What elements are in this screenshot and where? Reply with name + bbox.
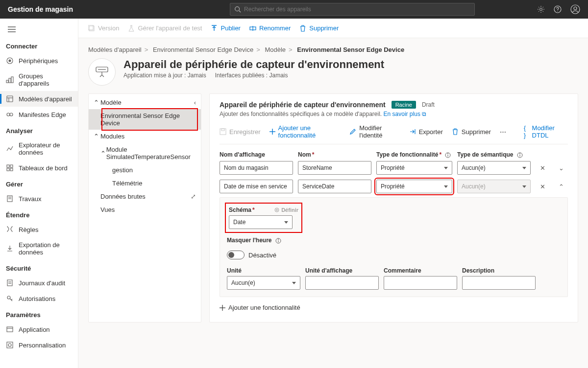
nav-item-dashboard[interactable]: Tableaux de bord bbox=[0, 160, 78, 176]
info-icon[interactable] bbox=[517, 152, 523, 158]
tree-model[interactable]: ⌃Modèle ‹ bbox=[89, 96, 201, 109]
explorer-icon bbox=[6, 145, 14, 153]
nav-section-header: Gérer bbox=[0, 176, 78, 191]
tree-telemetry[interactable]: Télémétrie bbox=[89, 177, 201, 190]
define-schema-button[interactable]: Définir bbox=[274, 207, 298, 213]
tb-identity[interactable]: Modifier l'identité bbox=[349, 124, 400, 139]
display-name-input[interactable]: Nom du magasin bbox=[220, 161, 293, 175]
nav-item-perm[interactable]: Autorisations bbox=[0, 291, 78, 306]
nav-item-app[interactable]: Application bbox=[0, 322, 78, 337]
nav-item-audit[interactable]: Journaux d'audit bbox=[0, 275, 78, 291]
nav-section-header: Paramètres bbox=[0, 306, 78, 322]
nav-item-devices[interactable]: Périphériques bbox=[0, 53, 78, 69]
nav-item-custom[interactable]: Personnalisation bbox=[0, 337, 78, 353]
comment-input[interactable] bbox=[384, 276, 457, 290]
unit-select[interactable]: Aucun(e) bbox=[227, 276, 300, 290]
nav-item-jobs[interactable]: Travaux bbox=[0, 191, 78, 207]
tree-views[interactable]: Vues bbox=[89, 203, 201, 216]
nav-label: Personnalisation bbox=[19, 342, 66, 349]
help-icon[interactable] bbox=[554, 5, 562, 13]
name-input[interactable]: ServiceDate bbox=[298, 180, 371, 193]
nav-item-templates[interactable]: Modèles d'appareil bbox=[0, 91, 78, 107]
rename-icon bbox=[249, 25, 256, 32]
gear-icon[interactable] bbox=[537, 5, 545, 13]
crumb-model[interactable]: Modèle bbox=[265, 46, 286, 53]
crumb-device[interactable]: Environmental Sensor Edge Device bbox=[153, 46, 253, 53]
display-unit-input[interactable] bbox=[305, 276, 379, 290]
plus-icon bbox=[220, 305, 225, 311]
tb-more[interactable]: ⋯ bbox=[500, 128, 506, 136]
version-icon bbox=[88, 25, 95, 32]
command-bar: Version Gérer l'appareil de test Publier… bbox=[78, 19, 588, 38]
form-description: Ajouter des fonctionnalités spécifiques … bbox=[220, 111, 568, 117]
capability-type-select[interactable]: Propriété bbox=[376, 180, 452, 193]
tree-mgmt[interactable]: gestion bbox=[89, 163, 201, 177]
cmd-delete[interactable]: Supprimer bbox=[299, 24, 339, 32]
display-name-input[interactable]: Date de mise en service bbox=[220, 180, 293, 193]
cmd-publish[interactable]: Publier bbox=[211, 24, 240, 32]
top-bar: Gestion de magasin bbox=[0, 0, 588, 19]
cmd-rename[interactable]: Renommer bbox=[249, 24, 291, 32]
custom-icon bbox=[6, 341, 14, 349]
nav-section-header: Étendre bbox=[0, 207, 78, 222]
svg-rect-13 bbox=[11, 77, 13, 83]
svg-rect-19 bbox=[7, 165, 9, 167]
nav-section-header: Analyser bbox=[0, 122, 78, 138]
tb-dtdl[interactable]: { }Modifier DTDL bbox=[524, 124, 568, 139]
toggle-state-label: Désactivé bbox=[248, 252, 276, 259]
tree-module-sim[interactable]: ⌃Module SimulatedTemperatureSensor bbox=[89, 143, 201, 163]
svg-rect-32 bbox=[7, 342, 13, 348]
svg-point-0 bbox=[235, 7, 240, 11]
tb-delete[interactable]: Supprimer bbox=[452, 128, 491, 136]
jobs-icon bbox=[6, 195, 14, 203]
nav-item-rules[interactable]: Règles bbox=[0, 222, 78, 237]
tree-raw[interactable]: Données brutes⤢ bbox=[89, 190, 201, 203]
nav-item-edge[interactable]: Manifestes Edge bbox=[0, 107, 78, 122]
add-capability-button[interactable]: Ajouter une fonctionnalité bbox=[220, 304, 568, 311]
svg-point-51 bbox=[276, 209, 278, 211]
search-box[interactable] bbox=[230, 3, 475, 16]
svg-point-33 bbox=[8, 344, 11, 346]
nav-item-groups[interactable]: Groupes d'appareils bbox=[0, 69, 78, 91]
tree-modules[interactable]: ⌃Modules bbox=[89, 130, 201, 143]
tree-device[interactable]: Environmental Sensor Edge Device bbox=[89, 109, 201, 130]
target-icon bbox=[274, 207, 279, 212]
schema-select[interactable]: Date bbox=[229, 215, 293, 229]
trash-icon bbox=[299, 25, 306, 32]
export-icon bbox=[409, 128, 416, 135]
svg-point-49 bbox=[519, 153, 520, 154]
delete-row-button[interactable]: ✕ bbox=[536, 164, 549, 172]
rules-icon bbox=[6, 226, 14, 233]
delete-row-button[interactable]: ✕ bbox=[536, 183, 549, 190]
account-icon[interactable] bbox=[570, 4, 580, 14]
nav-item-export[interactable]: Exportation de données bbox=[0, 237, 78, 260]
svg-rect-30 bbox=[7, 327, 13, 332]
svg-point-10 bbox=[9, 60, 11, 62]
crumb-templates[interactable]: Modèles d'appareil bbox=[88, 46, 142, 53]
edge-icon bbox=[6, 111, 14, 118]
menu-toggle[interactable] bbox=[0, 23, 78, 38]
nav-section-header: Sécurité bbox=[0, 260, 78, 275]
tb-export[interactable]: Exporter bbox=[409, 128, 443, 136]
learn-more-link[interactable]: En savoir plus ⧉ bbox=[384, 111, 427, 117]
capability-type-select[interactable]: Propriété bbox=[376, 161, 452, 175]
info-icon[interactable] bbox=[445, 152, 451, 158]
info-icon[interactable] bbox=[275, 238, 281, 244]
capability-row: Nom du magasin StoreName Propriété Aucun… bbox=[220, 161, 568, 175]
nav-item-explorer[interactable]: Explorateur de données bbox=[0, 138, 78, 160]
hide-time-toggle[interactable] bbox=[227, 251, 245, 259]
description-input[interactable] bbox=[462, 276, 536, 290]
crumb-current: Environmental Sensor Edge Device bbox=[297, 46, 404, 53]
expand-row-button[interactable]: ⌄ bbox=[554, 164, 568, 172]
tb-add[interactable]: Ajouter une fonctionnalité bbox=[270, 124, 341, 139]
hamburger-icon bbox=[8, 26, 16, 32]
svg-rect-40 bbox=[220, 129, 226, 135]
collapse-row-button[interactable]: ⌃ bbox=[554, 183, 568, 190]
capability-form: Appareil de périphérie de capteur d'envi… bbox=[209, 93, 578, 322]
semantic-type-select[interactable]: Aucun(e) bbox=[457, 161, 531, 175]
app-title: Gestion de magasin bbox=[8, 5, 73, 13]
search-input[interactable] bbox=[244, 6, 470, 13]
name-input[interactable]: StoreName bbox=[298, 161, 371, 175]
search-icon bbox=[234, 6, 241, 13]
trash-icon bbox=[452, 128, 459, 135]
